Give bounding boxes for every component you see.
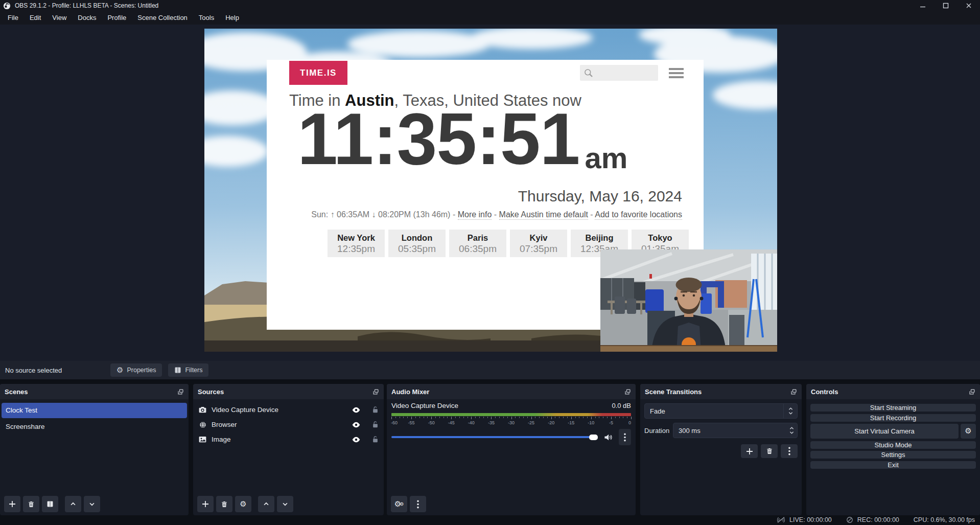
- live-status: LIVE: 00:00:00: [777, 516, 832, 523]
- source-item-image[interactable]: Image: [193, 432, 384, 447]
- lock-icon[interactable]: [372, 421, 379, 428]
- advanced-audio-button[interactable]: ⚙⚙: [391, 496, 407, 512]
- meter-ruler: -60-55-50-45-40-35-30-25-20-15-10-50: [391, 417, 631, 427]
- popout-icon[interactable]: [177, 389, 184, 395]
- gear-icon: ⚙: [116, 367, 123, 374]
- channel-menu-button[interactable]: [619, 429, 631, 445]
- audio-mixer-dock: Audio Mixer Video Capture Device 0.0 dB …: [387, 384, 636, 515]
- program-preview[interactable]: TIME.IS Time in Austin, Texas, United St…: [204, 29, 777, 352]
- scene-filters-button[interactable]: [42, 496, 58, 512]
- controls-start-virtual-camera-button[interactable]: Start Virtual Camera: [810, 424, 959, 439]
- menu-item-edit[interactable]: Edit: [24, 11, 46, 25]
- city-kyiv: Kyiv07:35pm: [510, 230, 567, 257]
- remove-transition-button[interactable]: [761, 444, 778, 458]
- sun-links: - More info - Make Austin time default -…: [450, 210, 682, 220]
- volume-slider[interactable]: [391, 436, 597, 438]
- source-properties-button[interactable]: ⚙: [235, 496, 251, 512]
- controls-settings-button[interactable]: Settings: [810, 451, 976, 459]
- status-bar: LIVE: 00:00:00 REC: 00:00:00 CPU: 0.6%, …: [777, 516, 975, 523]
- rec-time: REC: 00:00:00: [857, 516, 899, 523]
- move-scene-down-button[interactable]: [84, 496, 100, 512]
- controls-start-recording-button[interactable]: Start Recording: [810, 414, 976, 422]
- source-item-browser[interactable]: Browser: [193, 417, 384, 432]
- popout-icon[interactable]: [969, 389, 975, 395]
- city-new-york: New York12:35pm: [328, 230, 385, 257]
- popout-icon[interactable]: [372, 389, 379, 395]
- controls-title: Controls: [811, 388, 838, 396]
- remove-scene-button[interactable]: [23, 496, 39, 512]
- selection-status: No source selected: [5, 367, 110, 374]
- sun-info: Sun: ↑ 06:35AM ↓ 08:20PM (13h 46m) - Mor…: [311, 210, 682, 219]
- add-transition-button[interactable]: [741, 444, 758, 458]
- properties-button[interactable]: ⚙ Properties: [110, 363, 162, 377]
- transition-menu-button[interactable]: [781, 444, 798, 458]
- close-button[interactable]: [957, 0, 980, 11]
- visibility-eye-icon[interactable]: [352, 422, 360, 428]
- link-more-info: More info: [458, 210, 492, 220]
- sources-dock-header[interactable]: Sources: [193, 384, 384, 399]
- scenes-dock: Scenes Clock TestScreenshare: [0, 384, 189, 515]
- add-source-button[interactable]: [197, 496, 214, 512]
- virtual-camera-settings-button[interactable]: ⚙: [961, 424, 976, 439]
- duration-decrease-button[interactable]: [789, 431, 794, 435]
- clock-time: 11:35:51: [297, 103, 580, 175]
- move-scene-up-button[interactable]: [65, 496, 81, 512]
- filters-button[interactable]: Filters: [168, 363, 208, 377]
- lock-icon[interactable]: [372, 406, 379, 414]
- speaker-icon[interactable]: [604, 433, 613, 441]
- maximize-button[interactable]: [934, 0, 957, 11]
- cpu-fps: CPU: 0.6%, 30.00 fps: [914, 516, 975, 523]
- popout-icon[interactable]: [790, 389, 797, 395]
- minimize-button[interactable]: [911, 0, 934, 11]
- move-source-up-button[interactable]: [258, 496, 274, 512]
- scenes-dock-title: Scenes: [5, 388, 28, 396]
- cpu-status: CPU: 0.6%, 30.00 fps: [914, 516, 975, 523]
- controls-start-streaming-button[interactable]: Start Streaming: [810, 404, 976, 412]
- city-name: Paris: [449, 233, 506, 243]
- scenes-dock-header[interactable]: Scenes: [0, 384, 189, 399]
- scenes-list: Clock TestScreenshare: [0, 399, 189, 435]
- source-item-video-capture-device[interactable]: Video Capture Device: [193, 402, 384, 417]
- visibility-eye-icon[interactable]: [352, 407, 360, 413]
- menu-item-file[interactable]: File: [2, 11, 24, 25]
- transition-select-arrows[interactable]: [783, 404, 797, 418]
- stream-inactive-icon: [777, 516, 785, 523]
- controls-exit-button[interactable]: Exit: [810, 461, 976, 469]
- popout-icon[interactable]: [624, 389, 631, 395]
- move-source-down-button[interactable]: [277, 496, 293, 512]
- duration-label: Duration: [644, 427, 673, 435]
- menu-item-view[interactable]: View: [46, 11, 72, 25]
- mixer-menu-button[interactable]: [410, 496, 426, 512]
- duration-increase-button[interactable]: [789, 426, 794, 430]
- city-name: Kyiv: [510, 233, 567, 243]
- controls-dock-header[interactable]: Controls: [806, 384, 980, 399]
- menu-item-tools[interactable]: Tools: [193, 11, 220, 25]
- city-time: 12:35pm: [328, 243, 385, 255]
- scene-transitions-dock: Scene Transitions Fade Duration 300 ms: [640, 384, 802, 515]
- scene-item-clock-test[interactable]: Clock Test: [2, 403, 187, 418]
- scene-transitions-dock-header[interactable]: Scene Transitions: [640, 384, 802, 399]
- transition-select[interactable]: Fade: [644, 403, 798, 419]
- menu-item-scene-collection[interactable]: Scene Collection: [132, 11, 193, 25]
- remove-source-button[interactable]: [216, 496, 232, 512]
- menu-item-docks[interactable]: Docks: [72, 11, 102, 25]
- volume-slider-handle[interactable]: [589, 435, 598, 440]
- rec-status: REC: 00:00:00: [846, 516, 899, 523]
- clock-meridiem: am: [585, 143, 628, 173]
- scenes-toolbar: [4, 496, 100, 512]
- webcam-overlay: [600, 249, 777, 352]
- audio-mixer-dock-header[interactable]: Audio Mixer: [387, 384, 636, 399]
- scene-item-screenshare[interactable]: Screenshare: [2, 419, 187, 435]
- city-name: Tokyo: [632, 233, 689, 243]
- lock-icon[interactable]: [372, 436, 379, 443]
- add-scene-button[interactable]: [4, 496, 20, 512]
- controls-studio-mode-button[interactable]: Studio Mode: [810, 441, 976, 449]
- duration-input[interactable]: 300 ms: [673, 423, 798, 438]
- menu-item-profile[interactable]: Profile: [102, 11, 132, 25]
- menu-item-help[interactable]: Help: [220, 11, 245, 25]
- visibility-eye-icon[interactable]: [352, 437, 360, 443]
- window-controls: [911, 0, 980, 11]
- controls-dock: Controls Start StreamingStart RecordingS…: [806, 384, 980, 515]
- sources-dock-title: Sources: [198, 388, 224, 396]
- controls-buttons: Start StreamingStart RecordingStart Virt…: [810, 404, 976, 469]
